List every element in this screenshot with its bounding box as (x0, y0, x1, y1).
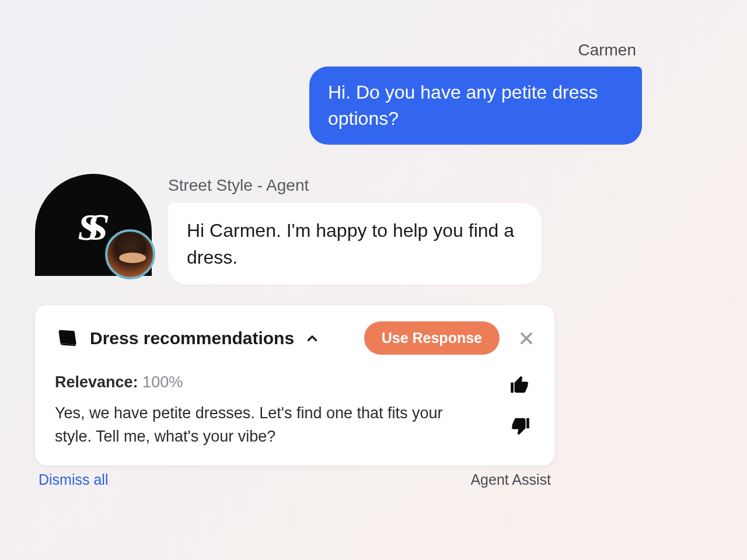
use-response-button[interactable]: Use Response (364, 321, 500, 355)
footer-row: Dismiss all Agent Assist (35, 471, 554, 488)
suggestion-body: Yes, we have petite dresses. Let's find … (55, 402, 480, 447)
customer-message-block: Carmen Hi. Do you have any petite dress … (35, 41, 677, 145)
brand-logo-text: SS (78, 204, 109, 249)
suggestion-body-row: Relevance: 100% Yes, we have petite dres… (55, 373, 535, 447)
relevance-row: Relevance: 100% (55, 373, 480, 391)
chat-container: Carmen Hi. Do you have any petite dress … (35, 41, 677, 488)
agent-assist-label: Agent Assist (470, 471, 551, 488)
suggestion-card: Dress recommendations Use Response Relev… (35, 305, 554, 465)
suggestion-title: Dress recommendations (90, 328, 294, 348)
agent-avatar: SS (35, 174, 152, 276)
customer-name: Carmen (578, 41, 642, 60)
suggestion-header: Dress recommendations Use Response (55, 321, 535, 355)
agent-photo (105, 229, 155, 279)
feedback-icons (509, 373, 535, 438)
agent-name: Street Style - Agent (168, 176, 677, 195)
relevance-value: 100% (142, 373, 183, 391)
agent-message-bubble: Hi Carmen. I'm happy to help you find a … (168, 203, 542, 285)
relevance-label: Relevance: (55, 373, 138, 391)
agent-content: Street Style - Agent Hi Carmen. I'm happ… (168, 174, 677, 285)
chevron-up-icon[interactable] (305, 331, 320, 346)
thumbs-up-icon[interactable] (509, 373, 531, 396)
close-icon[interactable] (518, 330, 535, 346)
customer-message-bubble: Hi. Do you have any petite dress options… (309, 66, 642, 145)
dismiss-all-link[interactable]: Dismiss all (39, 471, 108, 488)
agent-message-block: SS Street Style - Agent Hi Carmen. I'm h… (35, 174, 677, 285)
suggestion-content: Relevance: 100% Yes, we have petite dres… (55, 373, 480, 447)
thumbs-down-icon[interactable] (509, 415, 531, 438)
book-icon (55, 327, 79, 349)
